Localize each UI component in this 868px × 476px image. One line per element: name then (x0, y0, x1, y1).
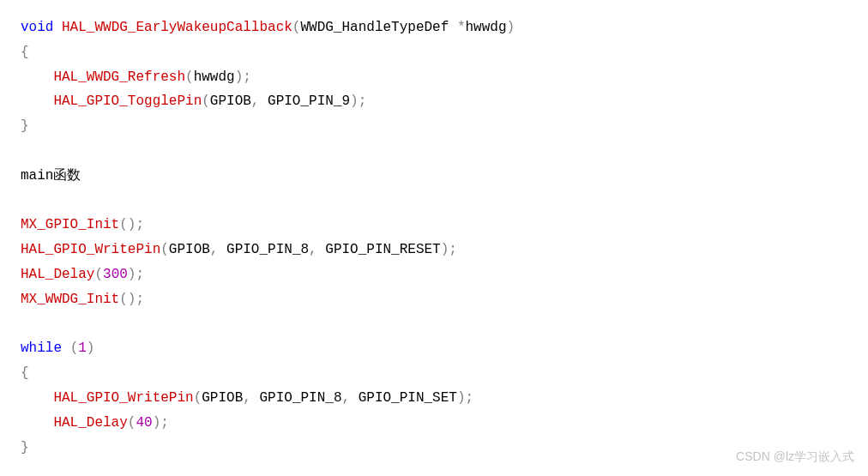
space (62, 340, 70, 356)
code-line: { (21, 45, 29, 60)
parens-semi: (); (119, 292, 144, 307)
identifier: GPIOB (202, 390, 243, 406)
code-line: } (21, 440, 29, 455)
operator-star: * (457, 20, 466, 35)
paren-close: ) (507, 20, 515, 35)
code-line: MX_WWDG_Init(); (21, 292, 144, 307)
code-line: void HAL_WWDG_EarlyWakeupCallback(WWDG_H… (21, 20, 515, 35)
code-line: MX_GPIO_Init(); (21, 217, 144, 232)
param-name: hwwdg (466, 20, 507, 35)
code-line: while (1) (21, 340, 94, 356)
code-line: HAL_WWDG_Refresh(hwwdg); (21, 69, 251, 85)
paren-close-semi: ); (350, 93, 366, 109)
function-name: MX_WWDG_Init (21, 292, 119, 307)
function-name: HAL_GPIO_WritePin (21, 242, 160, 257)
type-name: WWDG_HandleTypeDef (300, 20, 456, 35)
function-name: HAL_Delay (21, 267, 94, 282)
brace-close: } (21, 440, 29, 455)
function-name: HAL_WWDG_Refresh (53, 69, 185, 85)
code-line: HAL_Delay(40); (21, 415, 169, 431)
comma: , (309, 242, 325, 257)
code-line: HAL_GPIO_TogglePin(GPIOB, GPIO_PIN_9); (21, 93, 366, 109)
paren-open: ( (94, 267, 103, 282)
number-literal: 1 (78, 340, 87, 356)
parens-semi: (); (119, 217, 144, 232)
identifier: GPIO_PIN_8 (226, 242, 309, 257)
paren-open: ( (128, 415, 136, 431)
identifier: GPIO_PIN_8 (259, 390, 341, 406)
number-literal: 40 (136, 415, 152, 431)
brace-open: { (21, 365, 29, 381)
identifier: GPIOB (210, 93, 251, 109)
comma: , (243, 390, 259, 406)
number-literal: 300 (103, 267, 128, 282)
brace-open: { (21, 45, 29, 60)
comma: , (210, 242, 226, 257)
identifier: GPIO_PIN_RESET (325, 242, 440, 257)
comment-main: main函数 (21, 168, 81, 184)
comma: , (251, 93, 268, 109)
paren-open: ( (70, 340, 79, 356)
identifier: GPIO_PIN_SET (359, 390, 457, 406)
function-name: HAL_GPIO_TogglePin (53, 93, 202, 109)
brace-close: } (21, 118, 29, 134)
function-name: HAL_GPIO_WritePin (53, 390, 193, 406)
paren-open: ( (160, 242, 169, 257)
code-line: HAL_GPIO_WritePin(GPIOB, GPIO_PIN_8, GPI… (21, 242, 457, 257)
function-name: MX_GPIO_Init (21, 217, 119, 232)
paren-close: ) (87, 340, 95, 356)
code-line: main函数 (21, 168, 81, 184)
code-line: HAL_GPIO_WritePin(GPIOB, GPIO_PIN_8, GPI… (21, 390, 473, 406)
paren-open: ( (185, 69, 194, 85)
code-line: HAL_Delay(300); (21, 267, 144, 282)
identifier: GPIO_PIN_9 (268, 93, 350, 109)
paren-close-semi: ); (441, 242, 457, 257)
code-line: { (21, 365, 29, 381)
paren-close-semi: ); (128, 267, 144, 282)
paren-close-semi: ); (457, 390, 473, 406)
paren-open: ( (194, 390, 202, 406)
code-line: } (21, 118, 29, 134)
identifier: GPIOB (169, 242, 210, 257)
paren-close-semi: ); (235, 69, 251, 85)
function-name: HAL_WWDG_EarlyWakeupCallback (62, 20, 292, 35)
paren-open: ( (202, 93, 210, 109)
keyword-void: void (21, 20, 53, 35)
keyword-while: while (21, 340, 62, 356)
function-name: HAL_Delay (53, 415, 127, 431)
comma: , (341, 390, 358, 406)
code-block: void HAL_WWDG_EarlyWakeupCallback(WWDG_H… (21, 15, 847, 460)
paren-close-semi: ); (153, 415, 169, 431)
identifier: hwwdg (194, 69, 235, 85)
